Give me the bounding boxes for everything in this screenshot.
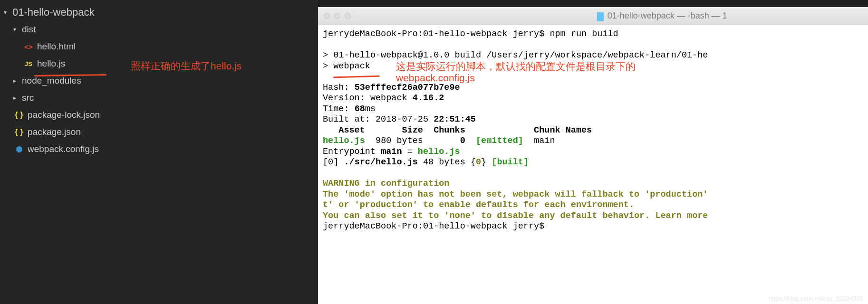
terminal-window: ▇ 01-hello-webpack — -bash — 1 jerrydeMa… bbox=[318, 7, 868, 304]
term-mod-d: 0 bbox=[476, 157, 481, 167]
terminal-output[interactable]: jerrydeMacBook-Pro:01-hello-webpack jerr… bbox=[318, 25, 868, 236]
term-ver-label: Version: webpack bbox=[323, 93, 413, 103]
file-label: package.json bbox=[28, 127, 81, 137]
term-line: jerrydeMacBook-Pro:01-hello-webpack jerr… bbox=[323, 29, 618, 39]
tree-file-webpack-config[interactable]: ⬢ webpack.config.js bbox=[0, 141, 318, 158]
chevron-down-icon: ▾ bbox=[4, 9, 10, 16]
chevron-right-icon: ▸ bbox=[13, 77, 20, 84]
json-icon: { } bbox=[13, 110, 25, 120]
tree-file-hello-html[interactable]: <> hello.html bbox=[0, 38, 318, 55]
term-mod-f: [built] bbox=[492, 157, 529, 167]
file-explorer: ▾ 01-hello-webpack ▾ dist <> hello.html … bbox=[0, 0, 318, 304]
term-entry-eq: = bbox=[402, 147, 418, 157]
term-warn: The 'mode' option has not been set, webp… bbox=[323, 190, 714, 200]
term-chunkname: main bbox=[523, 136, 555, 146]
term-warn: You can also set it to 'none' to disable… bbox=[323, 211, 708, 221]
term-ver: 4.16.2 bbox=[413, 93, 444, 103]
chevron-down-icon: ▾ bbox=[13, 26, 20, 33]
file-label: webpack.config.js bbox=[28, 144, 99, 154]
watermark: https://blog.csdn.net/qq_25324335 bbox=[769, 295, 864, 302]
file-label: hello.html bbox=[37, 41, 76, 52]
maximize-icon[interactable] bbox=[345, 13, 351, 19]
term-warn: t' or 'production' to enable defaults fo… bbox=[323, 200, 634, 210]
term-time: 68 bbox=[355, 104, 365, 114]
term-mod-e: } bbox=[481, 157, 492, 167]
term-entry-l: Entrypoint bbox=[323, 147, 381, 157]
titlebar-title: ▇ 01-hello-webpack — -bash — 1 bbox=[597, 11, 727, 21]
term-mod-c: 48 bytes { bbox=[418, 157, 476, 167]
tree-folder-src[interactable]: ▸ src bbox=[0, 89, 318, 106]
file-label: hello.js bbox=[37, 58, 65, 69]
chevron-right-icon: ▸ bbox=[13, 95, 20, 101]
term-line: > webpack bbox=[323, 61, 370, 71]
term-entry-f: hello.js bbox=[418, 147, 460, 157]
term-hash: 53efffecf26a077b7e9e bbox=[355, 83, 460, 93]
term-header: Asset Size Chunks Chunk Names bbox=[323, 125, 592, 135]
annotation-text-2b: webpack.config.js bbox=[396, 72, 475, 84]
traffic-lights bbox=[324, 13, 351, 19]
folder-label: dist bbox=[22, 24, 36, 35]
annotation-text-1: 照样正确的生成了hello.js bbox=[131, 59, 241, 73]
term-sp bbox=[465, 136, 476, 146]
webpack-icon: ⬢ bbox=[13, 144, 25, 154]
annotation-text-2a: 这是实际运行的脚本，默认找的配置文件是根目录下的 bbox=[396, 60, 636, 73]
term-mod-b: ./src/hello.js bbox=[344, 157, 417, 167]
minimize-icon[interactable] bbox=[334, 13, 340, 19]
term-mod-a: [0] bbox=[323, 157, 344, 167]
term-emitted: [emitted] bbox=[476, 136, 523, 146]
term-built-label: Built at: 2018-07-25 bbox=[323, 114, 434, 124]
title-folder: 01-hello-webpack bbox=[608, 11, 675, 20]
term-chunk: 0 bbox=[460, 136, 465, 146]
term-asset: hello.js bbox=[323, 136, 365, 146]
tree-root[interactable]: ▾ 01-hello-webpack bbox=[0, 4, 318, 21]
folder-icon: ▇ bbox=[597, 11, 604, 21]
term-row-mid: 980 bytes bbox=[365, 136, 460, 146]
root-folder-name: 01-hello-webpack bbox=[12, 6, 94, 19]
json-icon: { } bbox=[13, 127, 25, 137]
tree-file-package-lock-json[interactable]: { } package-lock.json bbox=[0, 106, 318, 124]
term-time-label: Time: bbox=[323, 104, 355, 114]
terminal-titlebar[interactable]: ▇ 01-hello-webpack — -bash — 1 bbox=[318, 7, 868, 25]
term-time-unit: ms bbox=[365, 104, 376, 114]
term-built: 22:51:45 bbox=[434, 114, 476, 124]
term-hash-label: Hash: bbox=[323, 83, 355, 93]
term-entry-m: main bbox=[381, 147, 402, 157]
title-suffix: — -bash — 1 bbox=[675, 11, 727, 20]
tree-folder-dist[interactable]: ▾ dist bbox=[0, 21, 318, 38]
close-icon[interactable] bbox=[324, 13, 330, 19]
folder-label: node_modules bbox=[22, 76, 81, 86]
term-warn: WARNING in configuration bbox=[323, 179, 449, 189]
html-icon: <> bbox=[23, 43, 34, 51]
tree-file-package-json[interactable]: { } package.json bbox=[0, 124, 318, 141]
js-icon: JS bbox=[23, 60, 34, 67]
term-line: jerrydeMacBook-Pro:01-hello-webpack jerr… bbox=[323, 221, 550, 231]
folder-label: src bbox=[22, 93, 34, 103]
file-label: package-lock.json bbox=[28, 110, 100, 120]
term-line: > 01-hello-webpack@1.0.0 build /Users/je… bbox=[323, 50, 708, 60]
